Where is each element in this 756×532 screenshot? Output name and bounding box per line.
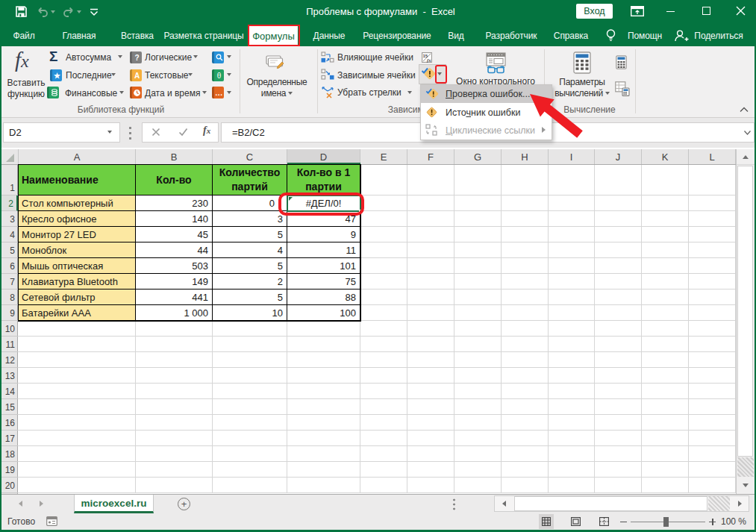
svg-text:fx: fx: [427, 57, 431, 63]
